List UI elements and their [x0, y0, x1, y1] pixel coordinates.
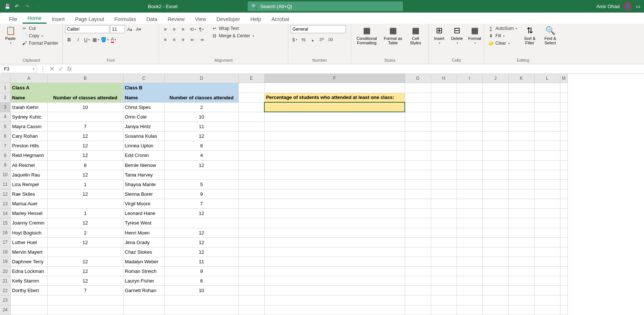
cell-J6[interactable] [482, 131, 508, 141]
cell-B20[interactable]: 12 [47, 267, 123, 276]
number-format-select[interactable] [291, 25, 346, 33]
cell-L19[interactable] [534, 257, 560, 266]
cell-L24[interactable] [534, 305, 560, 315]
cell-F14[interactable] [264, 209, 405, 218]
cell-K23[interactable] [508, 295, 534, 305]
cell-J9[interactable] [482, 160, 508, 170]
tab-review[interactable]: Review [163, 15, 190, 24]
redo-icon[interactable]: ↷▾ [24, 2, 33, 11]
cell-C21[interactable]: Lauryn Fisher [123, 276, 165, 286]
cell-F3[interactable] [264, 102, 405, 112]
align-bottom-icon[interactable]: ≡ [179, 25, 187, 33]
avatar[interactable]: 👤 [623, 2, 632, 11]
cell-L22[interactable] [534, 286, 560, 295]
tab-acrobat[interactable]: Acrobat [266, 15, 294, 24]
text-direction-icon[interactable]: ¶▾ [197, 25, 206, 33]
cell-E4[interactable] [238, 112, 264, 121]
bold-button[interactable]: B [65, 35, 73, 44]
user-name[interactable]: Amir Ofrad [596, 4, 620, 9]
cell-E16[interactable] [238, 228, 264, 237]
orientation-icon[interactable]: ⟲▾ [189, 25, 197, 33]
cell-G5[interactable] [405, 121, 431, 131]
ribbon-display-icon[interactable]: ▭ [636, 4, 640, 9]
cell-F24[interactable] [264, 305, 405, 315]
cell-F16[interactable] [264, 228, 405, 237]
cell-M4[interactable] [560, 112, 567, 121]
spreadsheet-grid[interactable]: ABCDEFGHIJKLM1Class AClass B2NameNumber … [0, 74, 644, 315]
cell-I22[interactable] [457, 286, 482, 295]
cell-D16[interactable]: 12 [165, 228, 238, 237]
cell-K5[interactable] [508, 121, 534, 131]
underline-button[interactable]: U▾ [83, 35, 91, 44]
cell-M15[interactable] [560, 218, 567, 228]
cell-H22[interactable] [431, 286, 457, 295]
tab-view[interactable]: View [190, 15, 211, 24]
column-header-B[interactable]: B [47, 74, 123, 83]
name-box[interactable]: F3▾ [1, 65, 37, 73]
cell-L14[interactable] [534, 209, 560, 218]
paste-button[interactable]: 📋 Paste ▾ [2, 25, 18, 45]
cell-M3[interactable] [560, 102, 567, 112]
cell-B24[interactable] [47, 305, 123, 315]
cell-G17[interactable] [405, 237, 431, 247]
tab-data[interactable]: Data [141, 15, 163, 24]
cell-G10[interactable] [405, 170, 431, 179]
cell-E3[interactable] [238, 102, 264, 112]
cell-B13[interactable] [47, 199, 123, 209]
cell-J1[interactable] [482, 83, 508, 93]
cell-K9[interactable] [508, 160, 534, 170]
cell-H19[interactable] [431, 257, 457, 266]
cell-B3[interactable]: 10 [47, 102, 123, 112]
cell-K15[interactable] [508, 218, 534, 228]
cell-A21[interactable]: Kelly Stamm [10, 276, 47, 286]
italic-button[interactable]: I [74, 35, 82, 44]
formula-dropdown-icon[interactable]: ⋮ [38, 65, 47, 73]
cell-A14[interactable]: Marley Hessel [10, 209, 47, 218]
row-header-23[interactable]: 23 [0, 295, 10, 305]
cell-M7[interactable] [560, 141, 567, 151]
decrease-indent-icon[interactable]: ⇤ [189, 35, 197, 44]
tab-developer[interactable]: Developer [211, 15, 245, 24]
fill-button[interactable]: ⬇Fill▾ [487, 32, 519, 39]
cell-A10[interactable]: Jaquelin Rau [10, 170, 47, 179]
cell-M6[interactable] [560, 131, 567, 141]
row-header-15[interactable]: 15 [0, 218, 10, 228]
row-header-17[interactable]: 17 [0, 237, 10, 247]
row-header-9[interactable]: 9 [0, 160, 10, 170]
row-header-8[interactable]: 8 [0, 151, 10, 160]
tab-formulas[interactable]: Formulas [109, 15, 141, 24]
cell-M10[interactable] [560, 170, 567, 179]
cell-G21[interactable] [405, 276, 431, 286]
cell-J16[interactable] [482, 228, 508, 237]
cell-A7[interactable]: Preston Hills [10, 141, 47, 151]
cell-I7[interactable] [457, 141, 482, 151]
row-header-14[interactable]: 14 [0, 209, 10, 218]
cell-G13[interactable] [405, 199, 431, 209]
cell-E8[interactable] [238, 151, 264, 160]
cell-K18[interactable] [508, 247, 534, 257]
cell-K8[interactable] [508, 151, 534, 160]
cell-B9[interactable]: 8 [47, 160, 123, 170]
cell-D9[interactable]: 12 [165, 160, 238, 170]
cell-G7[interactable] [405, 141, 431, 151]
cell-M21[interactable] [560, 276, 567, 286]
row-header-13[interactable]: 13 [0, 199, 10, 209]
decrease-decimal-button[interactable]: .00 [326, 35, 334, 44]
cell-M22[interactable] [560, 286, 567, 295]
row-header-16[interactable]: 16 [0, 228, 10, 237]
row-header-10[interactable]: 10 [0, 170, 10, 179]
cell-G14[interactable] [405, 209, 431, 218]
undo-icon[interactable]: ↶▾ [13, 2, 22, 11]
cell-G16[interactable] [405, 228, 431, 237]
cell-D22[interactable]: 10 [165, 286, 238, 295]
cell-C11[interactable]: Shayna Mante [123, 179, 165, 189]
cell-K4[interactable] [508, 112, 534, 121]
cell-B14[interactable]: 1 [47, 209, 123, 218]
column-header-J[interactable]: J [482, 74, 508, 83]
cell-E14[interactable] [238, 209, 264, 218]
cell-C18[interactable]: Chaz Stokes [123, 247, 165, 257]
cell-L9[interactable] [534, 160, 560, 170]
cell-L10[interactable] [534, 170, 560, 179]
cell-A3[interactable]: Izaiah Kiehn [10, 102, 47, 112]
cell-H7[interactable] [431, 141, 457, 151]
